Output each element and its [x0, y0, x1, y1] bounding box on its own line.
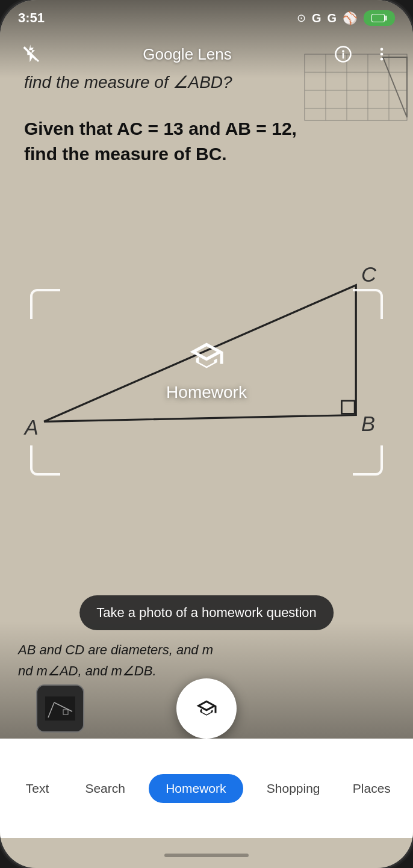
tab-homework-label: Homework [166, 781, 226, 796]
svg-text:A: A [23, 416, 39, 439]
screen: find the measure of ∠ABD? Given that AC … [0, 0, 413, 868]
tab-text-label: Text [26, 781, 49, 796]
svg-text:C: C [361, 263, 377, 286]
photo-thumbnail[interactable] [36, 684, 84, 733]
tab-homework[interactable]: Homework [149, 774, 243, 803]
shutter-icon [196, 698, 217, 719]
mode-label: Homework [166, 383, 247, 402]
svg-text:B: B [361, 413, 375, 436]
svg-point-22 [380, 53, 384, 56]
home-indicator [164, 854, 249, 857]
bottom-tab-bar: Text Search Homework Shopping Places [0, 739, 413, 838]
thumbnail-inner [37, 686, 83, 731]
tab-search-label: Search [85, 781, 125, 796]
svg-point-21 [380, 48, 384, 51]
svg-point-23 [380, 58, 384, 61]
tooltip-text: Take a photo of a homework question [96, 605, 317, 620]
status-bar: 3:51 ⊙ G G ⚾ [0, 0, 413, 36]
tab-shopping-label: Shopping [267, 781, 320, 796]
status-time: 3:51 [18, 10, 45, 26]
google-g2-icon: G [327, 11, 337, 25]
google-g1-icon: G [312, 11, 321, 25]
status-icons: ⊙ G G ⚾ [297, 10, 395, 26]
graduation-cap-icon-large [187, 337, 226, 376]
svg-rect-10 [341, 401, 355, 414]
mode-indicator: Homework [166, 337, 247, 402]
battery-icon [364, 10, 395, 26]
app-title: Google Lens [143, 45, 231, 64]
camera-controls [0, 678, 413, 739]
tab-places-label: Places [353, 781, 391, 796]
record-icon: ⊙ [297, 11, 306, 25]
svg-rect-24 [45, 696, 75, 721]
phone-frame: find the measure of ∠ABD? Given that AC … [0, 0, 413, 868]
top-bar-icons [330, 41, 395, 67]
top-bar: Google Lens [0, 33, 413, 75]
info-button[interactable] [330, 41, 356, 67]
more-options-button[interactable] [368, 41, 395, 67]
tab-shopping[interactable]: Shopping [258, 775, 329, 802]
worksheet-line-2: Given that AC = 13 and AB = 12, find the… [24, 116, 389, 167]
flash-off-button[interactable] [18, 41, 45, 67]
shutter-button[interactable] [176, 678, 237, 739]
worksheet-content: find the measure of ∠ABD? Given that AC … [0, 60, 413, 191]
tab-places[interactable]: Places [344, 775, 400, 802]
tooltip: Take a photo of a homework question [79, 595, 334, 630]
tab-search[interactable]: Search [76, 775, 134, 802]
svg-rect-15 [372, 14, 384, 22]
tab-text[interactable]: Text [13, 775, 61, 802]
svg-rect-16 [385, 16, 387, 20]
tennis-icon: ⚾ [343, 11, 358, 25]
